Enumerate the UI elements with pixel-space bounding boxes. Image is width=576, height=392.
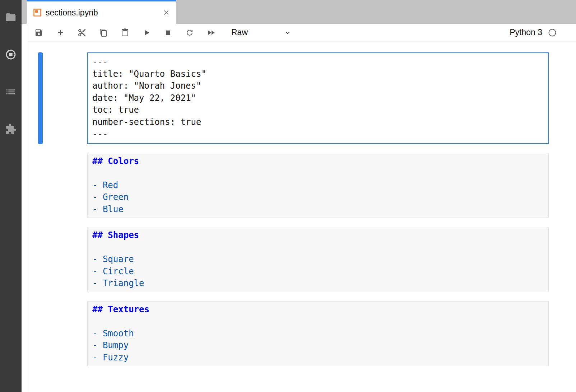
notebook-toolbar: Raw Python 3 <box>27 24 576 42</box>
notebook-icon <box>33 9 41 17</box>
jupyterlab-window: sections.ipynb <box>0 0 576 392</box>
table-of-contents-icon[interactable] <box>4 85 17 98</box>
markdown-list-item: - Smooth <box>92 328 544 340</box>
blank-line <box>92 242 544 254</box>
restart-kernel-icon[interactable] <box>185 28 194 37</box>
cell-type-select[interactable]: Raw <box>231 28 292 37</box>
tab-title: sections.ipynb <box>46 8 158 18</box>
insert-cell-icon[interactable] <box>56 28 65 37</box>
blank-line <box>92 316 544 328</box>
cell-raw-yaml: --- title: "Quarto Basics" author: "Nora… <box>38 52 549 144</box>
cell-markdown-shapes: ## Shapes - Square - Circle - Triangle <box>38 227 549 292</box>
copy-cell-icon[interactable] <box>99 28 108 37</box>
restart-run-all-icon[interactable] <box>207 28 215 37</box>
markdown-heading: ## Colors <box>92 155 544 168</box>
kernel-name[interactable]: Python 3 <box>510 28 542 37</box>
markdown-heading: ## Textures <box>92 304 544 316</box>
activity-sidebar <box>0 0 22 392</box>
close-tab-icon[interactable] <box>162 9 170 17</box>
blank-line <box>92 167 544 179</box>
cell-type-value: Raw <box>231 28 248 37</box>
file-browser-icon[interactable] <box>4 11 17 24</box>
kernel-status-icon[interactable] <box>548 28 557 37</box>
tab-bar: sections.ipynb <box>22 0 576 24</box>
markdown-list-item: - Square <box>92 253 544 266</box>
notebook-panel: Raw Python 3 --- title: "Quarto Basics" <box>27 24 576 392</box>
main-area: sections.ipynb <box>22 0 576 392</box>
markdown-heading: ## Shapes <box>92 229 544 242</box>
code-line: --- <box>92 128 544 140</box>
paste-cell-icon[interactable] <box>121 28 129 37</box>
running-kernels-icon[interactable] <box>4 48 17 61</box>
markdown-list-item: - Blue <box>92 204 544 216</box>
chevron-down-icon <box>284 29 292 37</box>
cut-cell-icon[interactable] <box>78 28 86 37</box>
code-line: author: "Norah Jones" <box>92 80 544 92</box>
markdown-cell-editor[interactable]: ## Textures - Smooth - Bumpy - Fuzzy <box>87 301 549 367</box>
cell-collapser[interactable] <box>38 227 43 292</box>
markdown-list-item: - Green <box>92 191 544 204</box>
cell-collapser[interactable] <box>38 153 43 218</box>
raw-cell-editor[interactable]: --- title: "Quarto Basics" author: "Nora… <box>87 52 549 144</box>
code-line: number-sections: true <box>92 116 544 129</box>
code-line: title: "Quarto Basics" <box>92 68 544 80</box>
extensions-icon[interactable] <box>4 123 17 136</box>
cell-markdown-textures: ## Textures - Smooth - Bumpy - Fuzzy <box>38 301 549 367</box>
code-line: date: "May 22, 2021" <box>92 92 544 104</box>
notebook-cells: --- title: "Quarto Basics" author: "Nora… <box>27 42 576 392</box>
code-line: --- <box>92 56 544 68</box>
markdown-list-item: - Triangle <box>92 277 544 290</box>
cell-collapser[interactable] <box>38 52 43 144</box>
markdown-cell-editor[interactable]: ## Colors - Red - Green - Blue <box>87 153 549 218</box>
code-line: toc: true <box>92 104 544 116</box>
cell-collapser[interactable] <box>38 301 43 367</box>
tab-sections-ipynb[interactable]: sections.ipynb <box>27 0 176 24</box>
run-cell-icon[interactable] <box>142 28 151 37</box>
markdown-list-item: - Red <box>92 179 544 192</box>
markdown-list-item: - Fuzzy <box>92 352 544 364</box>
markdown-list-item: - Bumpy <box>92 340 544 352</box>
markdown-cell-editor[interactable]: ## Shapes - Square - Circle - Triangle <box>87 227 549 292</box>
stop-kernel-icon[interactable] <box>164 28 172 37</box>
save-icon[interactable] <box>34 28 43 37</box>
markdown-list-item: - Circle <box>92 266 544 278</box>
cell-markdown-colors: ## Colors - Red - Green - Blue <box>38 153 549 218</box>
